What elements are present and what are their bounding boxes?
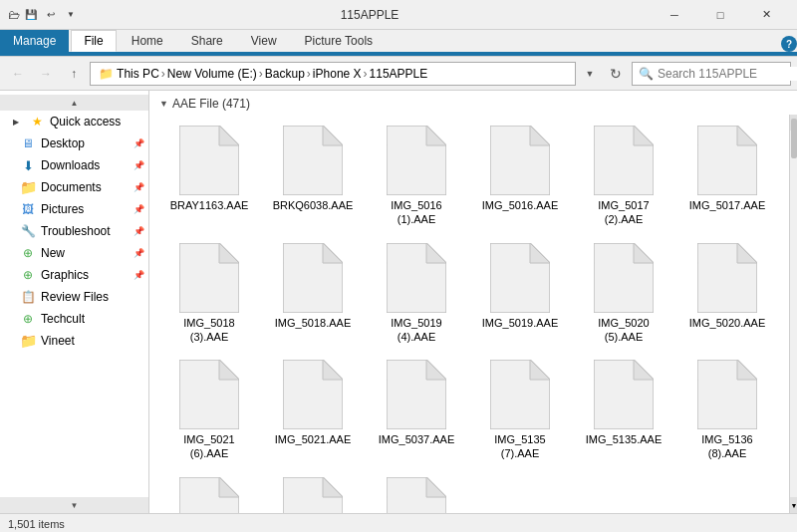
file-name: IMG_5017 (2).AAE bbox=[579, 198, 668, 227]
sidebar-scroll-down[interactable]: ▼ bbox=[0, 497, 148, 513]
svg-marker-23 bbox=[737, 243, 757, 263]
path-thispc[interactable]: 📁 This PC bbox=[99, 67, 159, 81]
window-title: 115APPLE bbox=[88, 8, 652, 22]
scroll-thumb[interactable] bbox=[791, 119, 797, 158]
tb-dropdown-btn[interactable]: ▼ bbox=[62, 6, 80, 24]
scroll-down-arrow[interactable]: ▼ bbox=[790, 497, 797, 513]
content-area: ▼ AAE File (471) BRAY1163.AAE BRKQ6038.A… bbox=[149, 91, 797, 513]
sidebar-item-pictures[interactable]: 🖼 Pictures 📌 bbox=[0, 198, 148, 220]
file-item[interactable]: IMG_5135 (7).AAE bbox=[470, 353, 570, 466]
tab-home[interactable]: Home bbox=[119, 30, 176, 52]
sidebar-item-documents[interactable]: 📁 Documents 📌 bbox=[0, 176, 148, 198]
file-item[interactable]: IMG_5135.AAE bbox=[574, 353, 673, 466]
svg-marker-21 bbox=[634, 243, 654, 263]
tab-picture-tools[interactable]: Picture Tools bbox=[292, 30, 386, 52]
collapse-arrow-icon[interactable]: ▼ bbox=[159, 99, 168, 109]
sidebar-item-downloads[interactable]: ⬇ Downloads 📌 bbox=[0, 154, 148, 176]
file-name: IMG_5017.AAE bbox=[689, 198, 765, 212]
file-icon bbox=[179, 126, 239, 195]
tab-file[interactable]: File bbox=[71, 30, 116, 52]
svg-marker-41 bbox=[426, 477, 446, 497]
sidebar-label-pictures: Pictures bbox=[41, 202, 84, 216]
path-backup[interactable]: Backup bbox=[265, 67, 305, 81]
sidebar-item-vineet[interactable]: 📁 Vineet bbox=[0, 330, 148, 352]
file-item[interactable]: IMG_5020.AAE bbox=[677, 236, 777, 350]
file-icon bbox=[490, 360, 550, 429]
sidebar-quick-access[interactable]: ▶ ★ Quick access bbox=[0, 111, 148, 133]
file-icon bbox=[594, 126, 654, 195]
path-dropdown[interactable]: ▼ bbox=[580, 63, 600, 85]
svg-marker-19 bbox=[530, 243, 550, 263]
file-icon bbox=[179, 243, 239, 313]
back-button[interactable]: ← bbox=[6, 62, 30, 86]
tb-undo-btn[interactable]: ↩ bbox=[42, 6, 60, 24]
path-iphone[interactable]: iPhone X bbox=[313, 67, 362, 81]
svg-marker-15 bbox=[323, 243, 343, 263]
tab-manage[interactable]: Manage bbox=[0, 30, 69, 52]
sidebar-item-desktop[interactable]: 🖥 Desktop 📌 bbox=[0, 133, 148, 154]
sidebar-scroll-up[interactable]: ▲ bbox=[0, 95, 148, 111]
file-item[interactable]: IMG_5021 (6).AAE bbox=[159, 353, 259, 466]
star-icon: ★ bbox=[29, 114, 45, 130]
file-item[interactable]: IMG_5138.AAE bbox=[367, 470, 466, 513]
file-item[interactable]: BRAY1163.AAE bbox=[159, 119, 259, 232]
close-button[interactable]: ✕ bbox=[743, 0, 789, 30]
minimize-button[interactable]: ─ bbox=[652, 0, 697, 30]
refresh-button[interactable]: ↻ bbox=[604, 62, 628, 86]
file-name: BRAY1163.AAE bbox=[170, 198, 249, 212]
tab-view[interactable]: View bbox=[238, 30, 290, 52]
maximize-button[interactable]: □ bbox=[697, 0, 743, 30]
sep1: › bbox=[161, 67, 165, 81]
tab-share[interactable]: Share bbox=[178, 30, 236, 52]
desktop-icon: 🖥 bbox=[20, 135, 36, 151]
file-item[interactable]: IMG_5019 (4).AAE bbox=[367, 236, 466, 350]
help-icon[interactable]: ? bbox=[781, 36, 797, 52]
path-newvol[interactable]: New Volume (E:) bbox=[167, 67, 257, 81]
file-item[interactable]: IMG_5136 (8).AAE bbox=[677, 353, 777, 466]
tb-save-btn[interactable]: 💾 bbox=[22, 6, 40, 24]
file-item[interactable]: IMG_5018 (3).AAE bbox=[159, 236, 259, 350]
file-item[interactable]: BRKQ6038.AAE bbox=[263, 119, 363, 232]
file-icon bbox=[490, 243, 550, 313]
file-item[interactable]: IMG_5137.AAE bbox=[263, 470, 363, 513]
sidebar-item-techcult[interactable]: ⊕ Techcult bbox=[0, 308, 148, 330]
search-input[interactable] bbox=[658, 67, 797, 81]
sidebar-item-graphics[interactable]: ⊕ Graphics 📌 bbox=[0, 264, 148, 286]
svg-marker-13 bbox=[219, 243, 239, 263]
forward-button[interactable]: → bbox=[34, 62, 58, 86]
file-icon bbox=[179, 360, 239, 429]
window-controls: ─ □ ✕ bbox=[652, 0, 789, 30]
sidebar-item-troubleshoot[interactable]: 🔧 Troubleshoot 📌 bbox=[0, 220, 148, 242]
search-box[interactable]: 🔍 bbox=[632, 62, 791, 86]
up-button[interactable]: ↑ bbox=[62, 62, 86, 86]
file-item[interactable]: IMG_5016.AAE bbox=[470, 119, 570, 232]
sidebar-item-review[interactable]: 📋 Review Files bbox=[0, 286, 148, 308]
path-115apple[interactable]: 115APPLE bbox=[370, 67, 428, 81]
file-item[interactable]: IMG_5017.AAE bbox=[677, 119, 777, 232]
file-icon bbox=[490, 126, 550, 195]
file-icon bbox=[594, 243, 654, 313]
vertical-scrollbar[interactable]: ▲ ▼ bbox=[789, 115, 797, 513]
sidebar-item-new[interactable]: ⊕ New 📌 bbox=[0, 242, 148, 264]
file-item[interactable]: IMG_5019.AAE bbox=[470, 236, 570, 350]
file-name: IMG_5020.AAE bbox=[689, 316, 765, 330]
svg-marker-35 bbox=[737, 360, 757, 380]
troubleshoot-icon: 🔧 bbox=[20, 223, 36, 239]
file-item[interactable]: IMG_5016 (1).AAE bbox=[367, 119, 466, 232]
ribbon-tabs: Manage File Home Share View Picture Tool… bbox=[0, 30, 797, 52]
file-icon bbox=[179, 477, 239, 513]
status-bar: 1,501 items bbox=[0, 513, 797, 532]
file-item[interactable]: IMG_5018.AAE bbox=[263, 236, 363, 350]
svg-marker-29 bbox=[426, 360, 446, 380]
file-item[interactable]: IMG_5021.AAE bbox=[263, 353, 363, 466]
file-item[interactable]: IMG_5017 (2).AAE bbox=[574, 119, 673, 232]
ribbon: Manage File Home Share View Picture Tool… bbox=[0, 30, 797, 57]
file-item[interactable]: IMG_5136.AAE bbox=[159, 470, 259, 513]
sidebar-label-new: New bbox=[41, 246, 65, 260]
file-item[interactable]: IMG_5037.AAE bbox=[367, 353, 466, 466]
file-icon bbox=[594, 360, 654, 429]
file-icon bbox=[387, 243, 446, 313]
file-name: IMG_5019.AAE bbox=[482, 316, 558, 330]
address-path[interactable]: 📁 This PC › New Volume (E:) › Backup › i… bbox=[90, 62, 576, 86]
file-item[interactable]: IMG_5020 (5).AAE bbox=[574, 236, 673, 350]
